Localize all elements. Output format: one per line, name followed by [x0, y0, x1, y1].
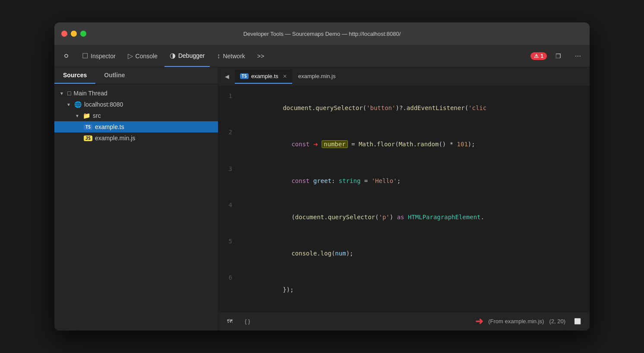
code-line-5: 5 console.log(num);	[218, 235, 590, 271]
more-tools-label: >>	[257, 53, 264, 60]
minimize-button[interactable]	[71, 31, 77, 37]
line-number-6: 6	[218, 271, 239, 284]
ts-badge: TS	[84, 124, 92, 130]
caret-icon: ▼	[75, 113, 80, 118]
example-minjs-label: example.min.js	[95, 135, 135, 142]
example-ts-label: example.ts	[95, 123, 124, 130]
cursor-tool-button[interactable]: ⭘	[58, 45, 75, 67]
line-content-1: document.querySelector('button')?.addEve…	[239, 90, 590, 126]
inspector-label: Inspector	[91, 53, 116, 60]
error-count: 1	[540, 53, 543, 59]
line-content-6: });	[239, 271, 590, 308]
line-number-2: 2	[218, 126, 239, 138]
resize-button[interactable]: ❐	[550, 53, 566, 60]
debugger-button[interactable]: ◑ Debugger	[164, 45, 210, 67]
traffic-lights	[61, 31, 86, 37]
code-line-2: 2 const ➜ number = Math.floor(Math.rando…	[218, 126, 590, 163]
source-map-icon: 🗺	[227, 318, 233, 325]
network-button[interactable]: ↕ Network	[212, 45, 250, 67]
titlebar: Developer Tools — Sourcemaps Demo — http…	[54, 22, 590, 45]
tab-close-button[interactable]: ✕	[283, 73, 287, 79]
toolbar-right: ⚠ 1 ❐ ⋯	[530, 45, 586, 67]
line-number-5: 5	[218, 235, 239, 247]
sources-tab-label: Sources	[63, 72, 87, 79]
main-thread-label: Main Thread	[73, 90, 107, 97]
caret-icon: ▼	[66, 102, 72, 107]
more-tools-button[interactable]: >>	[252, 45, 269, 67]
collapse-button[interactable]: ◄	[220, 70, 234, 83]
editor-tab-example-ts[interactable]: TS example.ts ✕	[235, 69, 292, 84]
network-label: Network	[223, 53, 245, 60]
tab-outline[interactable]: Outline	[95, 67, 133, 84]
file-tree: ▼ □ Main Thread ▼ 🌐 localhost:8080 ▼ 📁 s…	[54, 84, 218, 331]
localhost-label: localhost:8080	[84, 101, 123, 108]
line-content-5: console.log(num);	[239, 235, 590, 271]
debugger-label: Debugger	[178, 52, 205, 59]
maximize-button[interactable]	[80, 31, 86, 37]
code-line-3: 3 const greet: string = 'Hello';	[218, 163, 590, 199]
debugger-icon: ◑	[170, 51, 176, 60]
overflow-icon: ⋯	[575, 53, 581, 60]
code-line-1: 1 document.querySelector('button')?.addE…	[218, 90, 590, 126]
code-area[interactable]: 1 document.querySelector('button')?.addE…	[218, 86, 590, 312]
code-editor: ◄ TS example.ts ✕ example.min.js 1 docum…	[218, 67, 590, 331]
line-content-4: (document.querySelector('p') as HTMLPara…	[239, 199, 590, 235]
editor-footer: 🗺 { } ➜ (From example.min.js) (2, 20) ⬜	[218, 312, 590, 331]
tab2-label: example.min.js	[298, 73, 336, 79]
js-badge: JS	[84, 136, 92, 141]
folder-icon: 📁	[83, 112, 90, 119]
window-title: Developer Tools — Sourcemaps Demo — http…	[243, 31, 401, 37]
folder-icon: □	[67, 90, 71, 97]
devtools-window: Developer Tools — Sourcemaps Demo — http…	[54, 22, 590, 331]
main-content: Sources Outline ▼ □ Main Thread ▼ 🌐 loca…	[54, 67, 590, 331]
tree-file-example-minjs[interactable]: JS example.min.js	[54, 132, 218, 144]
tab1-label: example.ts	[251, 73, 278, 79]
line-content-2: const ➜ number = Math.floor(Math.random(…	[239, 126, 590, 163]
globe-icon: 🌐	[74, 101, 82, 108]
sidebar-tabs: Sources Outline	[54, 67, 218, 84]
cursor-icon: ⭘	[63, 52, 70, 60]
line-content-3: const greet: string = 'Hello';	[239, 163, 590, 199]
tab-sources[interactable]: Sources	[54, 67, 95, 84]
console-icon: ▷	[128, 52, 133, 60]
toolbar: ⭘ ☐ Inspector ▷ Console ◑ Debugger ↕ Net…	[54, 45, 590, 67]
footer-arrow-icon: ➜	[475, 316, 483, 327]
sidebar: Sources Outline ▼ □ Main Thread ▼ 🌐 loca…	[54, 67, 218, 331]
source-coords-label: (2, 20)	[549, 318, 565, 325]
line-number-3: 3	[218, 163, 239, 175]
error-badge[interactable]: ⚠ 1	[530, 52, 547, 60]
source-origin-label: (From example.min.js)	[488, 318, 544, 325]
console-button[interactable]: ▷ Console	[123, 45, 163, 67]
code-line-6: 6 });	[218, 271, 590, 308]
close-button[interactable]	[61, 31, 67, 37]
format-label: { }	[245, 318, 250, 325]
tree-src[interactable]: ▼ 📁 src	[54, 110, 218, 121]
blackbox-button[interactable]: ⬜	[571, 316, 584, 326]
console-label: Console	[136, 53, 158, 60]
tree-localhost[interactable]: ▼ 🌐 localhost:8080	[54, 99, 218, 110]
src-label: src	[93, 112, 101, 119]
editor-tab-example-minjs[interactable]: example.min.js	[293, 69, 341, 84]
outline-tab-label: Outline	[104, 72, 125, 79]
code-line-4: 4 (document.querySelector('p') as HTMLPa…	[218, 199, 590, 235]
line-number-1: 1	[218, 90, 239, 102]
overflow-button[interactable]: ⋯	[570, 53, 586, 60]
editor-tabs: ◄ TS example.ts ✕ example.min.js	[218, 67, 590, 86]
tree-main-thread[interactable]: ▼ □ Main Thread	[54, 88, 218, 99]
format-button[interactable]: { }	[241, 316, 253, 326]
inspector-button[interactable]: ☐ Inspector	[77, 45, 121, 67]
caret-icon: ▼	[60, 91, 65, 96]
resize-icon: ❐	[556, 53, 561, 60]
source-map-button[interactable]: 🗺	[224, 316, 236, 326]
network-icon: ↕	[217, 52, 220, 60]
error-icon: ⚠	[534, 53, 539, 59]
tree-file-example-ts[interactable]: TS example.ts	[54, 121, 218, 132]
ts-badge-tab: TS	[240, 73, 249, 79]
blackbox-icon: ⬜	[574, 318, 581, 325]
inspector-icon: ☐	[82, 52, 88, 60]
line-number-4: 4	[218, 199, 239, 211]
